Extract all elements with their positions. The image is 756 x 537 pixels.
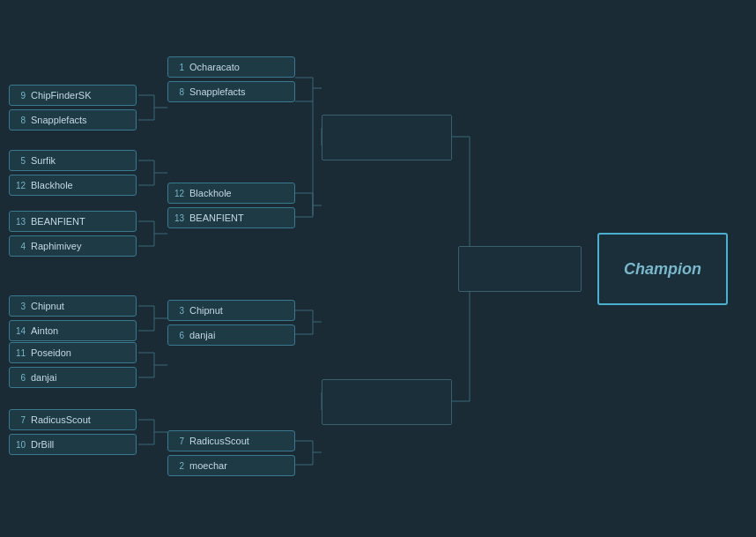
player-name: danjai <box>189 330 215 340</box>
seed: 13 <box>15 217 26 227</box>
r2-entry-blackhole2: 12 Blackhole <box>167 183 295 204</box>
r1-entry-raphimivey: 4 Raphimivey <box>9 235 137 257</box>
r1-entry-chipnut: 3 Chipnut <box>9 295 137 317</box>
seed: 8 <box>174 87 184 97</box>
seed: 6 <box>174 331 184 340</box>
player-name: BEANFIENT <box>31 216 85 227</box>
seed: 13 <box>174 213 184 223</box>
seed: 8 <box>15 116 26 125</box>
seed: 14 <box>15 326 26 336</box>
r4-bracket <box>458 246 582 292</box>
bracket-container: 9 ChipFinderSK 8 Snapplefacts 5 Surfik 1… <box>0 0 756 537</box>
r2-entry-moechar: 2 moechar <box>167 455 295 476</box>
r1-entry-snapplefacts: 8 Snapplefacts <box>9 109 137 131</box>
seed: 12 <box>15 181 26 190</box>
seed: 12 <box>174 189 184 198</box>
player-name: Chipnut <box>31 301 64 311</box>
seed: 9 <box>15 91 26 101</box>
seed: 3 <box>174 306 184 316</box>
player-name: Snapplefacts <box>31 115 87 125</box>
player-name: RadicusScout <box>31 414 91 425</box>
seed: 2 <box>174 461 184 471</box>
r3-bracket-top <box>322 115 452 160</box>
r1-entry-radicusscout: 7 RadicusScout <box>9 409 137 430</box>
player-name: Snapplefacts <box>189 86 246 97</box>
r2-entry-beanfient2: 13 BEANFIENT <box>167 207 295 228</box>
seed: 11 <box>15 348 26 358</box>
seed: 5 <box>15 156 26 166</box>
r1-entry-blackhole: 12 Blackhole <box>9 175 137 196</box>
player-name: Ocharacato <box>189 62 240 72</box>
player-name: ChipFinderSK <box>31 90 91 101</box>
r2-entry-chipnut2: 3 Chipnut <box>167 300 295 321</box>
r1-entry-ainton: 14 Ainton <box>9 320 137 341</box>
player-name: BEANFIENT <box>189 213 244 223</box>
r2-entry-danjai2: 6 danjai <box>167 324 295 346</box>
seed: 1 <box>174 63 184 72</box>
r2-entry-ocharacato: 1 Ocharacato <box>167 56 295 78</box>
r1-entry-drbill: 10 DrBill <box>9 434 137 455</box>
r2-entry-radicusscout2: 7 RadicusScout <box>167 430 295 451</box>
r1-entry-chipfindersk: 9 ChipFinderSK <box>9 85 137 106</box>
seed: 3 <box>15 302 26 311</box>
r1-entry-beanfient: 13 BEANFIENT <box>9 211 137 232</box>
player-name: Surfik <box>31 155 56 166</box>
player-name: Raphimivey <box>31 241 81 251</box>
player-name: Ainton <box>31 325 58 336</box>
r1-entry-poseidon: 11 Poseidon <box>9 342 137 363</box>
champion-label: Champion <box>624 260 701 279</box>
player-name: Blackhole <box>31 180 73 190</box>
r1-entry-surfik: 5 Surfik <box>9 150 137 171</box>
seed: 7 <box>174 436 184 446</box>
r1-entry-danjai: 6 danjai <box>9 367 137 388</box>
player-name: Chipnut <box>189 305 223 316</box>
r2-entry-snapplefacts2: 8 Snapplefacts <box>167 81 295 102</box>
player-name: Poseidon <box>31 347 71 358</box>
player-name: moechar <box>189 460 227 471</box>
seed: 10 <box>15 440 26 450</box>
player-name: RadicusScout <box>189 436 249 446</box>
player-name: Blackhole <box>189 188 232 198</box>
player-name: DrBill <box>31 439 54 450</box>
seed: 4 <box>15 242 26 251</box>
player-name: danjai <box>31 372 56 383</box>
r3-bracket-bottom <box>322 379 452 425</box>
seed: 7 <box>15 415 26 425</box>
seed: 6 <box>15 373 26 383</box>
champion-box: Champion <box>597 233 728 305</box>
